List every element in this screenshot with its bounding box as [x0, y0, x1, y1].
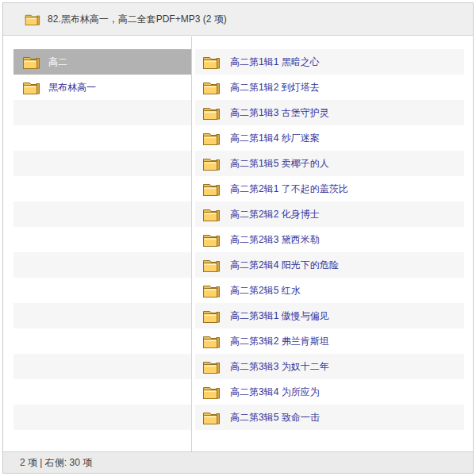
folder-item[interactable]: 高二第2辑2 化身博士	[195, 202, 464, 227]
folder-icon	[202, 105, 221, 121]
folder-item[interactable]: 高二第2辑3 黛西米勒	[195, 227, 464, 252]
content-area: 高二 黑布林高一 高二第1辑1 黑暗之心	[3, 36, 473, 451]
empty-row	[13, 379, 191, 405]
folder-icon	[202, 333, 221, 350]
folder-item-label: 高二第1辑4 纱厂迷案	[230, 132, 320, 145]
folder-icon	[202, 130, 221, 147]
right-pane: 高二第1辑1 黑暗之心 高二第1辑2 到灯塔去 高二第1辑3 古堡守护灵 高二第…	[195, 49, 464, 430]
empty-row	[13, 176, 191, 202]
folder-item-label: 高二第3辑5 致命一击	[230, 411, 320, 424]
folder-item[interactable]: 高二第1辑5 卖椰子的人	[195, 151, 464, 176]
folder-item-label: 高二第2辑3 黛西米勒	[230, 233, 320, 247]
folder-item[interactable]: 高二第3辑1 傲慢与偏见	[195, 303, 464, 328]
sidebar-folder-item[interactable]: 黑布林高一	[13, 75, 191, 100]
folder-icon	[202, 409, 221, 426]
empty-row	[13, 405, 191, 430]
folder-item-label: 高二	[48, 56, 67, 69]
status-bar: 2 项 | 右侧: 30 项	[3, 451, 473, 473]
folder-item[interactable]: 高二第1辑2 到灯塔去	[195, 75, 464, 100]
folder-item[interactable]: 高二第2辑5 红水	[195, 278, 464, 303]
folder-item-label: 高二第3辑2 弗兰肯斯坦	[230, 335, 329, 348]
empty-row	[13, 202, 191, 227]
folder-item-label: 高二第2辑5 红水	[230, 284, 301, 298]
folder-item-label: 高二第1辑1 黑暗之心	[230, 56, 320, 69]
empty-row	[13, 278, 191, 303]
folder-icon	[202, 257, 221, 274]
folder-item[interactable]: 高二第3辑2 弗兰肯斯坦	[195, 328, 464, 354]
folder-icon	[202, 282, 221, 299]
folder-icon	[202, 384, 221, 401]
folder-item-label: 高二第3辑1 傲慢与偏见	[230, 309, 329, 323]
folder-item-label: 高二第2辑4 阳光下的危险	[230, 259, 339, 272]
folder-icon	[202, 359, 221, 375]
folder-item-label: 黑布林高一	[48, 81, 96, 94]
header-bar: 82.黑布林高一，高二全套PDF+MP3 (2 项)	[3, 3, 473, 36]
empty-row	[13, 303, 191, 328]
folder-icon	[202, 308, 221, 324]
folder-item[interactable]: 高二第2辑1 了不起的盖茨比	[195, 176, 464, 202]
empty-row	[13, 125, 191, 151]
folder-icon	[202, 181, 221, 198]
folder-item-label: 高二第1辑3 古堡守护灵	[230, 106, 329, 120]
folder-icon	[24, 12, 40, 27]
folder-icon	[21, 79, 40, 96]
sidebar-folder-item[interactable]: 高二	[13, 49, 191, 75]
folder-icon	[202, 232, 221, 248]
folder-item[interactable]: 高二第2辑4 阳光下的危险	[195, 252, 464, 278]
folder-item-label: 高二第2辑1 了不起的盖茨比	[230, 182, 348, 196]
folder-item[interactable]: 高二第1辑4 纱厂迷案	[195, 125, 464, 151]
folder-icon	[202, 79, 221, 96]
folder-icon	[202, 54, 221, 71]
folder-item[interactable]: 高二第3辑5 致命一击	[195, 405, 464, 430]
file-manager-window: 82.黑布林高一，高二全套PDF+MP3 (2 项) 高二 黑布林高一	[2, 2, 474, 474]
folder-icon	[202, 206, 221, 223]
folder-item-label: 高二第2辑2 化身博士	[230, 208, 320, 221]
empty-row	[13, 328, 191, 354]
status-text: 2 项 | 右侧: 30 项	[20, 456, 92, 470]
folder-icon	[202, 155, 221, 172]
current-folder-title: 82.黑布林高一，高二全套PDF+MP3 (2 项)	[48, 13, 227, 26]
folder-item[interactable]: 高二第1辑1 黑暗之心	[195, 49, 464, 75]
pane-divider	[191, 36, 192, 451]
folder-item-label: 高二第1辑2 到灯塔去	[230, 81, 320, 94]
empty-row	[13, 227, 191, 252]
empty-row	[13, 151, 191, 176]
folder-item-label: 高二第3辑4 为所应为	[230, 386, 320, 399]
folder-item[interactable]: 高二第3辑3 为奴十二年	[195, 354, 464, 379]
folder-item[interactable]: 高二第1辑3 古堡守护灵	[195, 100, 464, 125]
folder-item[interactable]: 高二第3辑4 为所应为	[195, 379, 464, 405]
folder-item-label: 高二第1辑5 卖椰子的人	[230, 157, 329, 171]
empty-row	[13, 354, 191, 379]
empty-row	[13, 100, 191, 125]
folder-item-label: 高二第3辑3 为奴十二年	[230, 360, 329, 374]
folder-icon	[21, 54, 40, 71]
left-pane: 高二 黑布林高一	[13, 49, 191, 430]
empty-row	[13, 252, 191, 278]
